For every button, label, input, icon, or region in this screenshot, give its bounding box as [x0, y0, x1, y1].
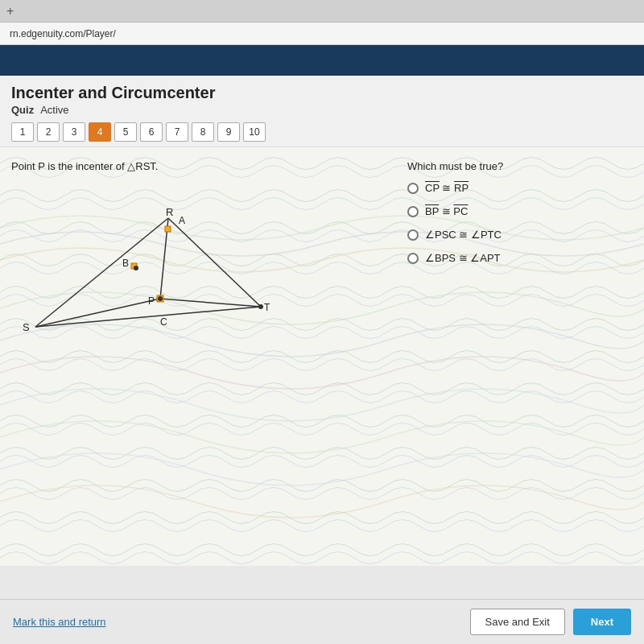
radio-a[interactable]: [407, 183, 419, 194]
question-layout: Point P is the incenter of △RST.: [11, 160, 633, 359]
question-premise: Point P is the incenter of △RST.: [11, 160, 391, 172]
question-nav-btn-3[interactable]: 3: [63, 122, 85, 142]
question-nav-btn-5[interactable]: 5: [114, 122, 137, 142]
answer-prompt: Which must be true?: [407, 160, 633, 172]
quiz-main-area: Point P is the incenter of △RST.: [0, 147, 644, 566]
question-nav-btn-10[interactable]: 10: [243, 122, 266, 142]
url-text: rn.edgenuity.com/Player/: [10, 28, 116, 39]
choice-a[interactable]: CP ≅ RP: [407, 182, 633, 194]
svg-line-3: [168, 218, 261, 307]
question-nav-btn-6[interactable]: 6: [140, 122, 163, 142]
question-nav-btn-4[interactable]: 4: [89, 122, 111, 142]
address-bar: rn.edgenuity.com/Player/: [0, 23, 644, 45]
question-right-panel: Which must be true? CP ≅ RP BP ≅ PC: [407, 160, 633, 264]
choice-a-text: CP ≅ RP: [425, 182, 469, 194]
choice-b[interactable]: BP ≅ PC: [407, 205, 633, 217]
svg-text:T: T: [264, 302, 270, 313]
bottom-buttons: Save and Exit Next: [470, 609, 631, 635]
bottom-action-bar: Mark this and return Save and Exit Next: [0, 599, 644, 644]
top-navigation-bar: [0, 45, 644, 76]
quiz-content: Point P is the incenter of △RST.: [11, 160, 633, 359]
svg-text:B: B: [122, 258, 129, 269]
svg-point-19: [258, 304, 263, 309]
page-title: Incenter and Circumcenter: [11, 84, 633, 102]
answer-choices-list: CP ≅ RP BP ≅ PC ∠PSC ≅ ∠PT: [407, 182, 633, 264]
triangle-svg: R A B P S T C: [11, 182, 285, 359]
radio-d[interactable]: [407, 253, 419, 264]
svg-text:A: A: [179, 215, 185, 226]
quiz-active-status: Active: [40, 104, 68, 116]
question-nav-btn-1[interactable]: 1: [11, 122, 34, 142]
choice-d[interactable]: ∠BPS ≅ ∠APT: [407, 252, 633, 264]
svg-rect-9: [165, 226, 171, 232]
svg-point-18: [134, 266, 138, 270]
question-nav-btn-2[interactable]: 2: [37, 122, 60, 142]
page-header: Incenter and Circumcenter Quiz Active 12…: [0, 76, 644, 147]
svg-line-6: [160, 299, 261, 307]
next-button[interactable]: Next: [573, 609, 631, 635]
choice-c[interactable]: ∠PSC ≅ ∠PTC: [407, 229, 633, 241]
choice-d-text: ∠BPS ≅ ∠APT: [425, 252, 501, 264]
mark-return-link[interactable]: Mark this and return: [13, 616, 106, 628]
quiz-label: Quiz: [11, 104, 34, 116]
radio-b[interactable]: [407, 206, 419, 217]
svg-text:C: C: [160, 316, 167, 328]
radio-c[interactable]: [407, 229, 419, 241]
tab-bar: +: [0, 0, 644, 23]
new-tab-button[interactable]: +: [6, 4, 14, 19]
svg-point-17: [158, 296, 163, 301]
question-navigation: 12345678910: [11, 122, 633, 142]
question-left-panel: Point P is the incenter of △RST.: [11, 160, 391, 359]
question-nav-btn-9[interactable]: 9: [217, 122, 240, 142]
question-nav-btn-8[interactable]: 8: [192, 122, 214, 142]
question-nav-btn-7[interactable]: 7: [166, 122, 188, 142]
triangle-diagram: R A B P S T C: [11, 182, 285, 359]
choice-c-text: ∠PSC ≅ ∠PTC: [425, 229, 502, 241]
choice-b-text: BP ≅ PC: [425, 205, 468, 217]
svg-text:R: R: [166, 206, 173, 218]
svg-line-5: [35, 299, 160, 327]
save-exit-button[interactable]: Save and Exit: [470, 609, 565, 635]
svg-text:S: S: [23, 321, 30, 333]
svg-line-2: [35, 218, 168, 327]
svg-text:P: P: [148, 295, 155, 307]
svg-line-1: [35, 307, 261, 327]
quiz-status: Quiz Active: [11, 104, 633, 116]
